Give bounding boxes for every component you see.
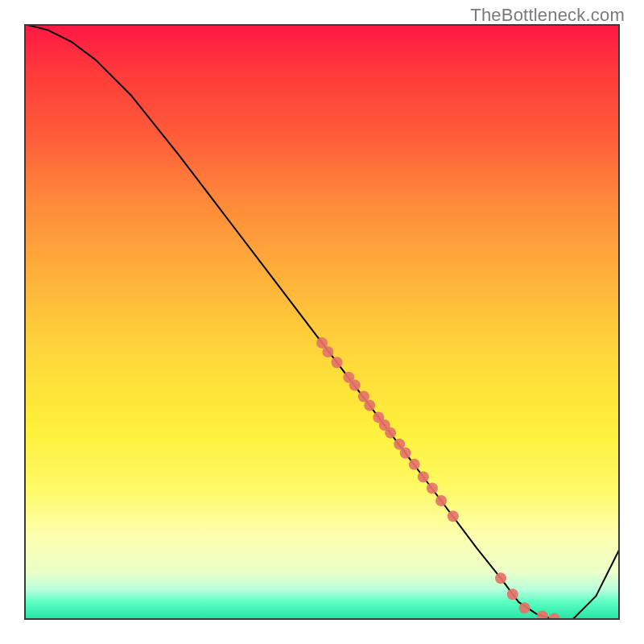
scatter-series — [316, 337, 560, 620]
scatter-dot — [409, 459, 420, 470]
scatter-dot — [495, 572, 506, 584]
scatter-dot — [549, 613, 560, 620]
scatter-dot — [427, 482, 438, 493]
scatter-dot — [364, 400, 375, 411]
chart-container: TheBottleneck.com — [0, 0, 644, 644]
curve-path — [24, 24, 620, 620]
scatter-dot — [418, 471, 429, 482]
line-series — [24, 24, 620, 620]
scatter-dot — [537, 611, 548, 620]
plot-area — [24, 24, 620, 620]
scatter-dot — [507, 588, 518, 600]
scatter-dot — [332, 357, 343, 368]
scatter-dot — [385, 427, 396, 439]
scatter-dot — [322, 346, 333, 357]
scatter-dot — [436, 495, 447, 506]
scatter-dot — [400, 448, 411, 459]
scatter-dot — [448, 510, 459, 522]
scatter-dot — [519, 602, 530, 613]
scatter-dot — [349, 379, 361, 390]
watermark-text: TheBottleneck.com — [470, 5, 625, 26]
chart-svg — [24, 24, 620, 620]
